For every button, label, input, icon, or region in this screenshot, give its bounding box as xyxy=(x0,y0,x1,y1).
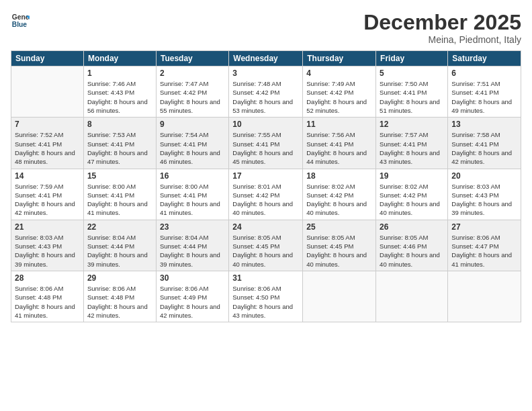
calendar-day-cell: 12Sunrise: 7:57 AMSunset: 4:41 PMDayligh… xyxy=(376,118,448,169)
calendar-header-sunday: Sunday xyxy=(11,51,84,66)
day-number: 12 xyxy=(380,120,444,129)
day-number: 22 xyxy=(87,222,152,232)
calendar-day-cell: 21Sunrise: 8:03 AMSunset: 4:43 PMDayligh… xyxy=(11,220,84,271)
day-number: 3 xyxy=(232,68,299,78)
day-number: 15 xyxy=(87,171,152,181)
day-detail: Sunrise: 7:46 AMSunset: 4:43 PMDaylight:… xyxy=(87,79,152,115)
day-detail: Sunrise: 8:05 AMSunset: 4:45 PMDaylight:… xyxy=(232,233,299,269)
day-detail: Sunrise: 8:01 AMSunset: 4:42 PMDaylight:… xyxy=(232,182,299,218)
calendar-day-cell: 31Sunrise: 8:06 AMSunset: 4:50 PMDayligh… xyxy=(229,271,303,322)
day-number: 24 xyxy=(232,222,299,232)
day-number: 14 xyxy=(15,171,80,181)
day-number: 26 xyxy=(380,222,444,232)
day-number: 5 xyxy=(380,68,444,78)
calendar-header-monday: Monday xyxy=(83,51,156,66)
day-detail: Sunrise: 7:54 AMSunset: 4:41 PMDaylight:… xyxy=(160,130,225,166)
calendar-day-cell: 2Sunrise: 7:47 AMSunset: 4:42 PMDaylight… xyxy=(156,66,228,118)
calendar-day-cell: 11Sunrise: 7:56 AMSunset: 4:41 PMDayligh… xyxy=(303,118,376,169)
day-detail: Sunrise: 7:57 AMSunset: 4:41 PMDaylight:… xyxy=(380,130,444,166)
calendar-day-cell: 4Sunrise: 7:49 AMSunset: 4:42 PMDaylight… xyxy=(303,66,376,118)
calendar-day-cell: 24Sunrise: 8:05 AMSunset: 4:45 PMDayligh… xyxy=(229,220,303,271)
calendar-day-cell: 19Sunrise: 8:02 AMSunset: 4:42 PMDayligh… xyxy=(376,169,448,220)
day-number: 4 xyxy=(306,68,372,78)
day-number: 23 xyxy=(160,222,225,232)
day-detail: Sunrise: 8:06 AMSunset: 4:48 PMDaylight:… xyxy=(15,284,80,320)
calendar-day-cell: 28Sunrise: 8:06 AMSunset: 4:48 PMDayligh… xyxy=(11,271,84,322)
day-number: 30 xyxy=(160,273,225,283)
calendar-header-saturday: Saturday xyxy=(448,51,521,66)
day-number: 10 xyxy=(232,120,299,129)
calendar-day-cell: 9Sunrise: 7:54 AMSunset: 4:41 PMDaylight… xyxy=(156,118,228,169)
calendar-day-cell: 16Sunrise: 8:00 AMSunset: 4:41 PMDayligh… xyxy=(156,169,228,220)
calendar-day-cell xyxy=(376,271,448,322)
calendar-day-cell: 15Sunrise: 8:00 AMSunset: 4:41 PMDayligh… xyxy=(83,169,156,220)
calendar-day-cell xyxy=(11,66,84,118)
calendar-week-row: 21Sunrise: 8:03 AMSunset: 4:43 PMDayligh… xyxy=(11,220,521,271)
calendar-container: General Blue December 2025 Meina, Piedmo… xyxy=(0,0,532,411)
calendar-day-cell: 10Sunrise: 7:55 AMSunset: 4:41 PMDayligh… xyxy=(229,118,303,169)
header: General Blue December 2025 Meina, Piedmo… xyxy=(11,11,521,45)
calendar-header-thursday: Thursday xyxy=(303,51,376,66)
day-number: 2 xyxy=(160,68,225,78)
calendar-day-cell: 25Sunrise: 8:05 AMSunset: 4:45 PMDayligh… xyxy=(303,220,376,271)
day-detail: Sunrise: 8:03 AMSunset: 4:43 PMDaylight:… xyxy=(451,182,517,218)
day-number: 18 xyxy=(306,171,372,181)
calendar-day-cell xyxy=(303,271,376,322)
logo-icon: General Blue xyxy=(11,11,30,30)
day-number: 1 xyxy=(87,68,152,78)
day-detail: Sunrise: 8:06 AMSunset: 4:47 PMDaylight:… xyxy=(451,233,517,269)
calendar-day-cell: 1Sunrise: 7:46 AMSunset: 4:43 PMDaylight… xyxy=(83,66,156,118)
calendar-day-cell: 8Sunrise: 7:53 AMSunset: 4:41 PMDaylight… xyxy=(83,118,156,169)
calendar-day-cell: 27Sunrise: 8:06 AMSunset: 4:47 PMDayligh… xyxy=(448,220,521,271)
calendar-day-cell: 29Sunrise: 8:06 AMSunset: 4:48 PMDayligh… xyxy=(83,271,156,322)
calendar-day-cell: 7Sunrise: 7:52 AMSunset: 4:41 PMDaylight… xyxy=(11,118,84,169)
calendar-day-cell: 17Sunrise: 8:01 AMSunset: 4:42 PMDayligh… xyxy=(229,169,303,220)
day-number: 11 xyxy=(306,120,372,129)
title-block: December 2025 Meina, Piedmont, Italy xyxy=(363,11,521,45)
calendar-day-cell: 3Sunrise: 7:48 AMSunset: 4:42 PMDaylight… xyxy=(229,66,303,118)
day-detail: Sunrise: 7:50 AMSunset: 4:41 PMDaylight:… xyxy=(380,79,444,115)
logo: General Blue xyxy=(11,11,30,30)
day-number: 13 xyxy=(451,120,517,129)
day-detail: Sunrise: 8:06 AMSunset: 4:50 PMDaylight:… xyxy=(232,284,299,320)
day-detail: Sunrise: 7:56 AMSunset: 4:41 PMDaylight:… xyxy=(306,130,372,166)
day-detail: Sunrise: 8:03 AMSunset: 4:43 PMDaylight:… xyxy=(15,233,80,269)
calendar-week-row: 28Sunrise: 8:06 AMSunset: 4:48 PMDayligh… xyxy=(11,271,521,322)
day-detail: Sunrise: 7:58 AMSunset: 4:41 PMDaylight:… xyxy=(451,130,517,166)
day-detail: Sunrise: 8:04 AMSunset: 4:44 PMDaylight:… xyxy=(87,233,152,269)
day-number: 25 xyxy=(306,222,372,232)
calendar-day-cell: 6Sunrise: 7:51 AMSunset: 4:41 PMDaylight… xyxy=(448,66,521,118)
day-number: 31 xyxy=(232,273,299,283)
day-number: 21 xyxy=(15,222,80,232)
calendar-header-wednesday: Wednesday xyxy=(229,51,303,66)
calendar-header-row: SundayMondayTuesdayWednesdayThursdayFrid… xyxy=(11,51,521,66)
svg-text:Blue: Blue xyxy=(12,21,28,28)
day-detail: Sunrise: 8:05 AMSunset: 4:46 PMDaylight:… xyxy=(380,233,444,269)
day-detail: Sunrise: 7:53 AMSunset: 4:41 PMDaylight:… xyxy=(87,130,152,166)
calendar-day-cell: 14Sunrise: 7:59 AMSunset: 4:41 PMDayligh… xyxy=(11,169,84,220)
day-detail: Sunrise: 8:00 AMSunset: 4:41 PMDaylight:… xyxy=(87,182,152,218)
day-number: 29 xyxy=(87,273,152,283)
day-number: 6 xyxy=(451,68,517,78)
day-number: 28 xyxy=(15,273,80,283)
month-title: December 2025 xyxy=(363,11,521,34)
calendar-day-cell: 26Sunrise: 8:05 AMSunset: 4:46 PMDayligh… xyxy=(376,220,448,271)
calendar-week-row: 1Sunrise: 7:46 AMSunset: 4:43 PMDaylight… xyxy=(11,66,521,118)
day-detail: Sunrise: 7:48 AMSunset: 4:42 PMDaylight:… xyxy=(232,79,299,115)
day-detail: Sunrise: 7:52 AMSunset: 4:41 PMDaylight:… xyxy=(15,130,80,166)
day-detail: Sunrise: 8:02 AMSunset: 4:42 PMDaylight:… xyxy=(380,182,444,218)
calendar-header-friday: Friday xyxy=(376,51,448,66)
calendar-day-cell: 20Sunrise: 8:03 AMSunset: 4:43 PMDayligh… xyxy=(448,169,521,220)
calendar-day-cell: 22Sunrise: 8:04 AMSunset: 4:44 PMDayligh… xyxy=(83,220,156,271)
day-number: 8 xyxy=(87,120,152,129)
svg-text:General: General xyxy=(12,13,30,21)
calendar-week-row: 7Sunrise: 7:52 AMSunset: 4:41 PMDaylight… xyxy=(11,118,521,169)
day-detail: Sunrise: 7:47 AMSunset: 4:42 PMDaylight:… xyxy=(160,79,225,115)
day-number: 19 xyxy=(380,171,444,181)
day-number: 17 xyxy=(232,171,299,181)
calendar-table: SundayMondayTuesdayWednesdayThursdayFrid… xyxy=(11,50,521,322)
day-detail: Sunrise: 7:51 AMSunset: 4:41 PMDaylight:… xyxy=(451,79,517,115)
calendar-day-cell xyxy=(448,271,521,322)
day-number: 9 xyxy=(160,120,225,129)
day-detail: Sunrise: 8:00 AMSunset: 4:41 PMDaylight:… xyxy=(160,182,225,218)
